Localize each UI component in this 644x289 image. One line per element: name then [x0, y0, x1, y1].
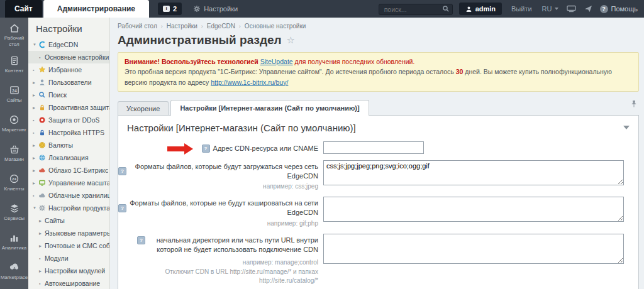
notifications-badge[interactable]: i 2	[158, 3, 182, 15]
menu-item-search[interactable]: Поиск	[28, 89, 109, 101]
breadcrumb-link[interactable]: EdgeCDN	[207, 23, 235, 30]
help-icon[interactable]: ?	[137, 236, 145, 244]
triangle-closed-icon	[39, 268, 45, 274]
menu-item-favorites[interactable]: Избранное	[28, 63, 109, 76]
sidebar-item-marketplace[interactable]: Marketplace	[0, 256, 28, 286]
favorite-star-icon[interactable]: ☆	[287, 35, 295, 46]
hotkeys-icon[interactable]	[567, 5, 576, 13]
sidebar-item-sites[interactable]: 24 Сайты	[0, 79, 28, 109]
form-row-formats-nocache: ? Форматы файлов, которые не будут кэшир…	[118, 194, 638, 231]
formats-load-textarea[interactable]: css;js;jpg;jpeg;png;svg;ico;ogg;gif	[323, 160, 624, 185]
cloud-gray-icon	[38, 192, 48, 199]
formats-nocache-textarea[interactable]	[323, 197, 624, 222]
menu-item-bitrix-cloud[interactable]: Облако 1С-Битрикс	[28, 164, 109, 177]
breadcrumb-link[interactable]: Основные настройки	[245, 23, 306, 30]
sidebar-item-shop[interactable]: Магазин	[0, 138, 28, 168]
triangle-closed-icon	[39, 231, 45, 236]
menu-item-cloud-storage[interactable]: Облачные хранилища	[28, 189, 109, 202]
user-menu-button[interactable]: admin	[459, 3, 502, 15]
menu-item-product-settings[interactable]: Настройки продукта	[28, 202, 109, 214]
notice-line-trial: Это пробная версия продукта "1С-Битрикс:…	[125, 67, 632, 87]
search-icon[interactable]	[442, 5, 450, 13]
language-label: RU	[542, 5, 552, 13]
menu-item-scaling[interactable]: Управление масштабированием	[28, 177, 109, 189]
cdn-address-input[interactable]	[323, 141, 424, 154]
help-icon[interactable]: ?	[202, 144, 210, 153]
sidebar-item-analytics[interactable]: Аналитика	[0, 227, 28, 256]
help-icon[interactable]: ?	[118, 204, 126, 212]
sidebar-item-clients[interactable]: 24 Клиенты	[0, 168, 28, 197]
tab-acceleration[interactable]: Ускорение	[118, 101, 169, 116]
menu-item-sites[interactable]: Сайты	[28, 214, 109, 227]
help-button[interactable]: ? Помощь	[600, 5, 638, 13]
gear-icon	[193, 5, 201, 13]
user-icon	[465, 6, 472, 13]
help-icon[interactable]: ?	[118, 167, 126, 175]
breadcrumb: Рабочий стол› Настройки› EdgeCDN› Основн…	[118, 23, 639, 30]
menu-item-mail-sms-events[interactable]: Почтовые и СМС события	[28, 239, 109, 252]
layers-icon	[8, 203, 21, 214]
menu-item-edgecdn[interactable]: EdgeCDN	[28, 38, 109, 51]
breadcrumb-link[interactable]: Рабочий стол	[118, 23, 157, 30]
tab-site[interactable]: Сайт	[5, 0, 42, 18]
lock-yellow-icon	[38, 104, 48, 111]
sidebar-item-marketing[interactable]: Маркетинг	[0, 109, 28, 138]
triangle-closed-icon	[39, 218, 45, 224]
chevron-down-icon	[555, 8, 558, 10]
bullet-icon	[33, 131, 38, 135]
menu-item-autocache[interactable]: Автокеширование	[28, 277, 109, 289]
tab-admin[interactable]: Администрирование	[43, 0, 149, 18]
settings-menu: Настройки EdgeCDN Основные настройки Изб…	[28, 18, 110, 289]
bullet-icon	[39, 55, 45, 60]
star-icon	[38, 66, 48, 74]
menu-item-users[interactable]: Пользователи	[28, 76, 109, 89]
info-bubble-icon: i	[163, 6, 170, 12]
exclude-paths-textarea[interactable]	[323, 234, 624, 264]
triangle-open-icon	[33, 206, 38, 210]
sidebar-item-services[interactable]: Сервисы	[0, 197, 28, 227]
cloud-red-icon	[38, 166, 48, 174]
pin-panel-icon[interactable]	[584, 5, 592, 13]
menu-item-https[interactable]: Настройка HTTPS	[28, 126, 109, 139]
field-hint: например: manage;control	[118, 258, 318, 267]
target-icon	[8, 114, 20, 125]
search-box	[379, 3, 453, 14]
field-label: Адрес CDN-ресурса или CNAME	[213, 144, 318, 153]
help-label: Помощь	[611, 5, 638, 13]
tab-settings-shop[interactable]: Настройки [Интернет-магазин (Сайт по умо…	[170, 100, 369, 116]
triangle-closed-icon	[39, 243, 45, 249]
topbar-settings-button[interactable]: Настройки	[193, 0, 238, 18]
menu-item-module-settings[interactable]: Настройки модулей	[28, 264, 109, 277]
siteupdate-link[interactable]: SiteUpdate	[260, 58, 293, 65]
bullet-icon	[33, 194, 38, 198]
triangle-closed-icon	[33, 80, 38, 85]
trial-days-left: 30	[456, 68, 464, 75]
menu-item-currencies[interactable]: Валюты	[28, 139, 109, 151]
svg-text:24: 24	[12, 177, 16, 181]
breadcrumb-separator: ›	[239, 23, 241, 30]
main-sidebar: Рабочий стол Контент 24 Сайты Маркетинг …	[0, 18, 28, 289]
logout-link[interactable]: Выйти	[511, 5, 532, 13]
language-selector[interactable]: RU	[542, 5, 558, 13]
sidebar-item-content[interactable]: Контент	[0, 50, 28, 79]
main-content: Рабочий стол› Настройки› EdgeCDN› Основн…	[110, 18, 644, 289]
user-icon	[38, 79, 48, 86]
triangle-closed-icon	[33, 143, 38, 148]
menu-item-modules[interactable]: Модули	[28, 252, 109, 264]
triangle-closed-icon	[33, 105, 38, 111]
monitor-green-icon	[38, 179, 48, 187]
menu-item-proactive-protection[interactable]: Проактивная защита	[28, 101, 109, 114]
topbar-settings-label: Настройки	[204, 5, 238, 13]
menu-item-main-settings[interactable]: Основные настройки	[28, 51, 109, 63]
pushpin-icon[interactable]	[630, 100, 638, 108]
gear-icon	[38, 204, 48, 212]
menu-item-ddos[interactable]: Защита от DDoS	[28, 114, 109, 126]
menu-item-language-params[interactable]: Языковые параметры	[28, 227, 109, 239]
shield-red-icon	[38, 116, 48, 124]
buy-link[interactable]: http://www.1c-bitrix.ru/buy/	[211, 79, 288, 86]
collapse-section-icon[interactable]	[623, 126, 630, 129]
breadcrumb-link[interactable]: Настройки	[167, 23, 197, 30]
menu-item-localization[interactable]: Локализация	[28, 151, 109, 164]
sidebar-item-desktop[interactable]: Рабочий стол	[0, 20, 28, 50]
bullet-icon	[33, 118, 38, 123]
